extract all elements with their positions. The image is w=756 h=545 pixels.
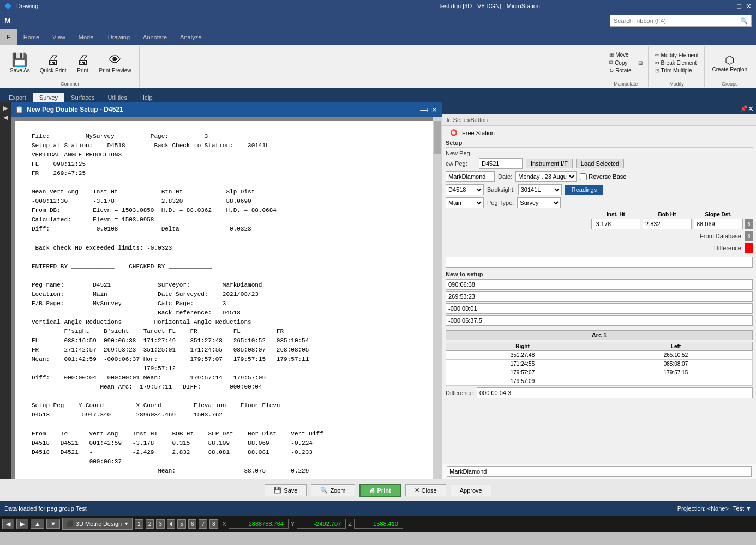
search-input[interactable]	[614, 17, 740, 24]
save-btn[interactable]: 💾 Save	[265, 484, 307, 496]
tab-model[interactable]: Model	[72, 29, 101, 45]
load-selected-button[interactable]: Load Selected	[576, 159, 624, 168]
print-button[interactable]: 🖨 Print	[73, 51, 93, 75]
scale-button[interactable]: ⊟	[636, 59, 645, 66]
sidebar-icon-1[interactable]: ▶	[3, 105, 8, 112]
modify-element-button[interactable]: ✏ Modify Element	[653, 52, 701, 59]
new-to-setup-4[interactable]	[446, 315, 753, 326]
reverse-base-checkbox[interactable]	[580, 173, 587, 180]
print-dialog-icon: 🖨	[369, 487, 375, 494]
tab-surfaces[interactable]: Surfaces	[64, 93, 101, 102]
new-to-setup-3[interactable]	[446, 303, 753, 314]
minimize-btn[interactable]: —	[725, 2, 733, 10]
tab-export[interactable]: Export	[2, 93, 33, 102]
peg-type-select[interactable]: Survey	[517, 197, 561, 208]
tab-view[interactable]: View	[46, 29, 72, 45]
search-box[interactable]: 🔍	[610, 15, 752, 27]
page-btn-3[interactable]: 3	[156, 519, 165, 529]
tab-analyze[interactable]: Analyze	[173, 29, 208, 45]
y-label: Y	[291, 520, 295, 527]
zoom-btn[interactable]: 🔍 Zoom	[311, 484, 355, 496]
tab-home[interactable]: Home	[17, 29, 46, 45]
trim-multiple-button[interactable]: ⊡ Trim Multiple	[653, 67, 701, 74]
surveyor-date-row: Date: Monday , 23 Augu Reverse Base	[446, 171, 753, 182]
arc1-table: Right Left 351:27:48 265:10:52 171:24:55…	[446, 342, 753, 386]
new-peg-input[interactable]	[479, 158, 523, 169]
quick-print-button[interactable]: 🖨 Quick Print	[37, 51, 70, 75]
model-selector[interactable]: ⬛ 3D Metric Design ▼	[62, 518, 133, 530]
extra-input[interactable]	[446, 257, 753, 268]
save-icon: 💾	[274, 487, 281, 494]
location-select[interactable]: Main	[446, 197, 484, 208]
panel-pin-btn[interactable]: 📌	[740, 105, 748, 112]
copy-button[interactable]: ⧉ Copy	[607, 59, 633, 66]
dialog-close-btn[interactable]: ✕	[431, 106, 437, 114]
page-btn-6[interactable]: 6	[188, 519, 197, 529]
close-dialog-btn[interactable]: ✕ Close	[405, 484, 446, 496]
nav-prev-btn[interactable]: ◀	[2, 519, 14, 529]
date-select[interactable]: Monday , 23 Augu	[515, 171, 577, 182]
station-select[interactable]: D4518	[446, 184, 484, 195]
break-element-button[interactable]: ✂ Break Element	[653, 59, 701, 66]
tab-help[interactable]: Help	[134, 93, 159, 102]
print-preview-button[interactable]: 👁 Print Preview	[96, 51, 135, 75]
model-dropdown-icon: ▼	[124, 521, 129, 526]
3d-icon: ⬛	[66, 520, 74, 528]
panel-close-btn[interactable]: ✕	[748, 105, 754, 113]
doc-scrollbar-thumb[interactable]	[434, 121, 441, 154]
page-btn-8[interactable]: 8	[209, 519, 218, 529]
arc1-difference-input[interactable]	[477, 387, 753, 398]
doc-scroll-area[interactable]: File: MySurvey Page: 3 Setup at Station:…	[11, 117, 442, 479]
common-group: 💾 Save As 🖨 Quick Print 🖨 Print 👁 Print …	[2, 46, 140, 87]
inst-ht-input[interactable]	[591, 219, 640, 229]
new-to-setup-2[interactable]	[446, 291, 753, 302]
nav-next-btn[interactable]: ▶	[16, 519, 28, 529]
page-btn-2[interactable]: 2	[146, 519, 154, 529]
arc1-left-header: Left	[599, 342, 753, 351]
new-to-setup-1[interactable]	[446, 279, 753, 290]
readings-button[interactable]: Readings	[565, 185, 603, 195]
tab-drawing[interactable]: Drawing	[101, 29, 136, 45]
new-peg-field-row: ew Peg: Instrument I/F Load Selected	[446, 158, 753, 169]
dialog-title: New Peg Double Setup - D4521	[27, 106, 420, 113]
dialog-minimize-btn[interactable]: —	[420, 106, 427, 114]
y-value: -2492.707	[297, 519, 346, 529]
reverse-base-checkbox-label[interactable]: Reverse Base	[580, 173, 626, 180]
dialog-maximize-btn[interactable]: □	[427, 106, 431, 114]
slope-dst-input[interactable]	[694, 219, 743, 229]
tab-file[interactable]: F	[0, 29, 17, 45]
new-to-setup-label: New to setup	[446, 271, 753, 277]
tab-utilities[interactable]: Utilities	[101, 93, 133, 102]
approve-btn[interactable]: Approve	[451, 485, 491, 496]
create-region-button[interactable]: ⬡ Create Region	[709, 52, 751, 74]
nav-down-btn[interactable]: ▼	[46, 519, 60, 529]
arc1-r3-right: 179:57:07	[446, 368, 599, 377]
save-as-button[interactable]: 💾 Save As	[7, 51, 33, 75]
sidebar-icon-2[interactable]: ◀	[3, 114, 8, 121]
modify-section: ✏ Modify Element ✂ Break Element ⊡ Trim …	[650, 46, 705, 87]
nav-up-btn[interactable]: ▲	[31, 519, 44, 529]
instrument-if-button[interactable]: Instrument I/F	[526, 159, 573, 168]
maximize-btn[interactable]: □	[737, 2, 741, 10]
print-dialog-btn[interactable]: 🖨 Print	[359, 484, 401, 497]
arc1-section: Arc 1 Right Left 351:27:48 265:10:52	[446, 330, 753, 398]
tab-survey[interactable]: Survey	[33, 93, 64, 102]
bob-ht-input[interactable]	[643, 219, 692, 229]
doc-scrollbar-v[interactable]	[433, 117, 442, 479]
page-btn-4[interactable]: 4	[167, 519, 176, 529]
arc1-row-4: 179:57:09	[446, 377, 753, 386]
backsight-select[interactable]: 30141L	[518, 184, 562, 195]
approve-user-input[interactable]	[447, 466, 752, 477]
page-btn-1[interactable]: 1	[135, 519, 143, 529]
tab-annotate[interactable]: Annotate	[136, 29, 173, 45]
surveyor-input[interactable]	[446, 171, 495, 182]
x-value: 2888788.764	[229, 519, 289, 529]
rotate-button[interactable]: ↻ Rotate	[607, 67, 633, 74]
arc1-difference-label: Difference:	[446, 390, 475, 396]
close-app-btn[interactable]: ✕	[746, 2, 752, 10]
page-btn-7[interactable]: 7	[199, 519, 207, 529]
move-button[interactable]: ⊞ Move	[607, 51, 633, 58]
page-btn-5[interactable]: 5	[177, 519, 186, 529]
location-peg-type-row: Main Peg Type: Survey	[446, 197, 753, 208]
app-icon: 🔷	[4, 3, 12, 10]
